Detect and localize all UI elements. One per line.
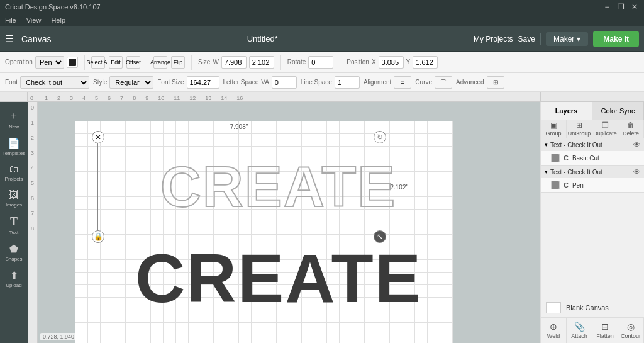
sidebar-item-images[interactable]: 🖼 Images — [1, 187, 26, 210]
ungroup-label: UnGroup — [568, 130, 591, 137]
restore-button[interactable]: ❐ — [616, 3, 625, 11]
weld-icon: ⊕ — [550, 322, 557, 332]
sidebar-upload-label: Upload — [6, 283, 21, 288]
sidebar-item-text[interactable]: T Text — [1, 213, 26, 238]
group1-visibility-icon[interactable]: 👁 — [633, 141, 640, 149]
ruler-vertical: 0 1 2 3 4 5 6 7 8 — [28, 102, 38, 343]
weld-button[interactable]: ⊕ Weld — [541, 318, 567, 343]
layers-list: ▾ Text - Check It Out 👁 C Basic Cut ▾ Te… — [541, 138, 644, 298]
alignment-button[interactable]: ≡ — [394, 76, 411, 89]
style-select[interactable]: Regular — [109, 76, 153, 89]
contour-label: Contour — [621, 333, 641, 339]
handle-bottom-left[interactable]: 🔒 — [92, 230, 104, 243]
offset-button[interactable]: Offset — [126, 56, 140, 69]
ruler-horizontal: 0 1 2 3 4 5 6 7 8 9 10 11 12 13 14 16 — [28, 92, 540, 102]
selection-box[interactable]: 7.908" 2.102" ✕ ↻ 🔒 ⤡ — [97, 137, 380, 237]
minimize-button[interactable]: − — [602, 3, 611, 11]
flatten-button[interactable]: ⊟ Flatten — [592, 318, 618, 343]
layer-group-2: ▾ Text - Check It Out 👁 C Pen — [541, 166, 644, 193]
layer-item-2[interactable]: C Pen — [541, 178, 644, 192]
font-toolbar: Font Check it out Style Regular Font Siz… — [0, 73, 644, 92]
blank-canvas-row: Blank Canvas — [541, 298, 644, 317]
letter-space-input[interactable] — [272, 76, 297, 89]
w-label: W — [213, 59, 218, 65]
curve-label: Curve — [415, 79, 432, 86]
document-title: Untitled* — [247, 34, 278, 43]
sidebar-item-projects[interactable]: 🗂 Projects — [1, 161, 26, 184]
operation-select[interactable]: Pen — [35, 56, 64, 69]
props-divider-2 — [147, 55, 147, 70]
line-space-input[interactable] — [335, 76, 360, 89]
group2-title: Text - Check It Out — [550, 169, 631, 176]
handle-top-right[interactable]: ↻ — [374, 131, 386, 143]
advanced-group: Advanced ⊞ — [456, 76, 504, 89]
group2-visibility-icon[interactable]: 👁 — [633, 168, 640, 176]
ruler-mark-3: 3 — [70, 95, 73, 101]
handle-top-left[interactable]: ✕ — [92, 131, 104, 143]
layer-group-1-header[interactable]: ▾ Text - Check It Out 👁 — [541, 138, 644, 151]
sidebar-item-new[interactable]: ＋ New — [1, 107, 26, 132]
ruler-v-3: 3 — [31, 150, 34, 156]
duplicate-button[interactable]: ❐ Duplicate — [592, 120, 618, 138]
x-input[interactable] — [379, 56, 404, 69]
tab-layers[interactable]: Layers — [541, 102, 592, 120]
new-icon: ＋ — [9, 110, 19, 123]
flatten-icon: ⊟ — [601, 322, 609, 332]
group-label: Group — [545, 130, 561, 137]
canvas-wrapper[interactable]: 0 1 2 3 4 5 6 7 8 CREATE CREATE — [28, 102, 540, 343]
attach-button[interactable]: 📎 Attach — [567, 318, 592, 343]
top-toolbar: ☰ Canvas Untitled* My Projects Save Make… — [0, 26, 644, 52]
canvas-inner[interactable]: CREATE CREATE 7.908" 2.102" ✕ ↻ 🔒 ⤡ 0.72… — [38, 102, 540, 343]
make-it-button[interactable]: Make It — [593, 31, 639, 47]
height-input[interactable] — [249, 56, 274, 69]
save-button[interactable]: Save — [518, 35, 535, 43]
select-all-button[interactable]: Select All — [91, 56, 105, 69]
rotate-input[interactable] — [308, 56, 333, 69]
sidebar-item-shapes[interactable]: ⬟ Shapes — [1, 240, 26, 264]
close-button[interactable]: ✕ — [630, 3, 639, 11]
handle-bottom-right[interactable]: ⤡ — [374, 230, 386, 243]
templates-icon: 📄 — [8, 137, 20, 149]
tab-color-sync[interactable]: Color Sync — [592, 102, 644, 120]
bottom-actions: ⊕ Weld 📎 Attach ⊟ Flatten ◎ Contour — [541, 317, 644, 343]
flip-button[interactable]: Flip — [171, 56, 185, 69]
contour-button[interactable]: ◎ Contour — [618, 318, 644, 343]
menu-help[interactable]: Help — [51, 16, 65, 24]
create-solid-text[interactable]: CREATE — [135, 244, 421, 313]
layer2-label: Pen — [572, 182, 639, 189]
layer-item-1[interactable]: C Basic Cut — [541, 151, 644, 165]
menu-view[interactable]: View — [26, 16, 42, 24]
arrange-button[interactable]: Arrange — [153, 56, 167, 69]
edit-button[interactable]: Edit — [109, 56, 123, 69]
sidebar-item-templates[interactable]: 📄 Templates — [1, 135, 26, 159]
props-divider-3 — [191, 55, 192, 70]
right-panel-bottom: Blank Canvas ⊕ Weld 📎 Attach ⊟ Flatten ◎… — [541, 298, 644, 343]
layer1-type-icon: C — [564, 154, 569, 162]
font-size-input[interactable] — [187, 76, 219, 89]
pen-color-box[interactable] — [67, 57, 78, 68]
layer-group-1: ▾ Text - Check It Out 👁 C Basic Cut — [541, 138, 644, 166]
panel-tabs: Layers Color Sync — [541, 102, 644, 120]
advanced-button[interactable]: ⊞ — [487, 76, 504, 89]
dim-width-label: 7.908" — [230, 123, 248, 130]
ruler-v-6: 6 — [31, 195, 34, 201]
font-size-group: Font Size — [157, 76, 219, 89]
shapes-icon: ⬟ — [9, 243, 18, 255]
toolbar-divider — [540, 33, 541, 45]
width-input[interactable] — [221, 56, 247, 69]
ruler-mark-11: 11 — [174, 95, 180, 101]
menu-file[interactable]: File — [5, 16, 16, 24]
curve-button[interactable]: ⌒ — [435, 76, 452, 89]
menu-bar: File View Help — [0, 14, 644, 26]
font-select[interactable]: Check it out — [20, 76, 89, 89]
group-button[interactable]: ▣ Group — [541, 120, 567, 138]
ungroup-button[interactable]: ⊞ UnGroup — [567, 120, 592, 138]
my-projects-button[interactable]: My Projects — [474, 35, 513, 43]
ruler-v-1: 1 — [31, 120, 34, 126]
y-input[interactable] — [413, 56, 438, 69]
layer-group-2-header[interactable]: ▾ Text - Check It Out 👁 — [541, 166, 644, 178]
sidebar-item-upload[interactable]: ⬆ Upload — [1, 267, 26, 291]
maker-button[interactable]: Maker ▾ — [546, 32, 588, 46]
hamburger-button[interactable]: ☰ — [5, 33, 14, 45]
delete-button[interactable]: 🗑 Delete — [618, 120, 644, 138]
